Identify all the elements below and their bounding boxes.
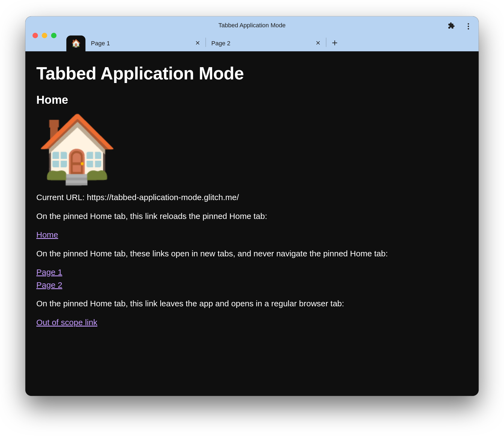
traffic-lights bbox=[32, 33, 57, 38]
tab-label: Page 1 bbox=[91, 40, 110, 47]
window-title: Tabbed Application Mode bbox=[25, 22, 479, 29]
tab-page-1[interactable]: Page 1 bbox=[85, 35, 206, 51]
close-icon bbox=[195, 40, 200, 47]
titlebar: Tabbed Application Mode bbox=[25, 16, 479, 51]
zoom-window-button[interactable] bbox=[51, 33, 57, 38]
page-subtitle: Home bbox=[36, 92, 468, 108]
puzzle-icon bbox=[448, 22, 455, 30]
minimize-window-button[interactable] bbox=[42, 33, 47, 38]
desc-reload: On the pinned Home tab, this link reload… bbox=[36, 211, 468, 222]
current-url-label: Current URL: bbox=[36, 193, 87, 202]
plus-icon bbox=[331, 40, 338, 47]
house-icon: 🏠 bbox=[36, 115, 468, 181]
link-page-1[interactable]: Page 1 bbox=[36, 268, 62, 277]
menu-dots-icon bbox=[468, 23, 469, 29]
tab-close-button[interactable] bbox=[315, 40, 322, 47]
tab-separator bbox=[326, 38, 326, 47]
tab-label: Page 2 bbox=[211, 40, 230, 47]
current-url-line: Current URL: https://tabbed-application-… bbox=[36, 192, 468, 203]
desc-newtabs: On the pinned Home tab, these links open… bbox=[36, 248, 468, 259]
close-icon bbox=[316, 40, 321, 47]
link-home[interactable]: Home bbox=[36, 230, 58, 239]
close-window-button[interactable] bbox=[32, 33, 38, 38]
tab-close-button[interactable] bbox=[194, 40, 201, 47]
tab-page-2[interactable]: Page 2 bbox=[206, 35, 326, 51]
extensions-button[interactable] bbox=[446, 21, 456, 31]
tab-pinned-home[interactable]: 🏠 bbox=[66, 35, 85, 51]
home-icon: 🏠 bbox=[71, 40, 81, 47]
current-url-value: https://tabbed-application-mode.glitch.m… bbox=[87, 193, 239, 202]
desc-outofscope: On the pinned Home tab, this link leaves… bbox=[36, 298, 468, 309]
new-tab-button[interactable] bbox=[328, 37, 342, 50]
window-menu-button[interactable] bbox=[463, 21, 473, 31]
tab-strip: 🏠 Page 1 Page 2 bbox=[25, 33, 479, 51]
page-title: Tabbed Application Mode bbox=[36, 62, 468, 85]
link-out-of-scope[interactable]: Out of scope link bbox=[36, 318, 97, 327]
app-window: Tabbed Application Mode bbox=[25, 16, 479, 396]
page-content: Tabbed Application Mode Home 🏠 Current U… bbox=[25, 51, 479, 396]
link-page-2[interactable]: Page 2 bbox=[36, 280, 62, 289]
